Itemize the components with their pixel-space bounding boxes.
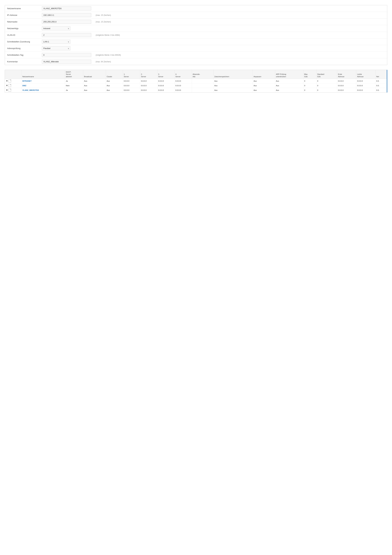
dhcp-row-actions-1: ✕ bbox=[5, 83, 21, 88]
ip-field-hint-8: (max. 64 Zeichen) bbox=[93, 58, 387, 65]
dhcp-cell-2-max_gult: 0 bbox=[303, 88, 316, 92]
dhcp-col-header-17: Net bbox=[375, 70, 387, 79]
dhcp-cell-1-letzte_adresse: 0.0.0.0 bbox=[356, 83, 375, 88]
dhcp-cell-2-erste_adresse: 0.0.0.0 bbox=[337, 88, 356, 92]
ip-field-input-0[interactable] bbox=[42, 7, 91, 10]
dhcp-col-header-14: Standard Gült. bbox=[316, 70, 337, 79]
ip-field-label-3: Netzwerktyp bbox=[5, 25, 40, 32]
dhcp-col-header-0 bbox=[5, 70, 21, 79]
dhcp-table-row: ✕ DMZNeinAusAus0.0.0.00.0.0.00.0.0.00.0.… bbox=[5, 83, 387, 88]
dhcp-row-name-1: DMZ bbox=[21, 83, 65, 88]
dhcp-col-header-16: Letzte Adresse bbox=[356, 70, 375, 79]
ip-field-hint-1: (max. 15 Zeichen) bbox=[93, 12, 387, 19]
dhcp-cell-2-standard_gult: 0 bbox=[316, 88, 337, 92]
ip-field-select-3[interactable]: IntranetDMZExtern bbox=[42, 26, 70, 30]
ip-field-input-4[interactable] bbox=[42, 33, 91, 37]
dhcp-col-header-5: 1. Server bbox=[123, 70, 140, 79]
dhcp-cell-1-server1: 0.0.0.0 bbox=[123, 83, 140, 88]
dhcp-col-header-10: Zwischenspeichern bbox=[213, 70, 253, 79]
delete-button-0[interactable]: ✕ bbox=[6, 80, 8, 82]
dhcp-row-actions-0: ✕ bbox=[5, 79, 21, 83]
dhcp-cell-1-broadcast: Aus bbox=[83, 83, 106, 88]
ip-field-label-6: Adressprüfung bbox=[5, 45, 40, 52]
ip-field-input-8[interactable] bbox=[42, 60, 91, 64]
ip-field-hint-2: (max. 15 Zeichen) bbox=[93, 19, 387, 25]
ip-field-label-4: VLAN-ID bbox=[5, 32, 40, 38]
dhcp-col-header-7: 3. Server bbox=[157, 70, 174, 79]
delete-button-1[interactable]: ✕ bbox=[6, 84, 8, 87]
dhcp-col-header-1: Netzwerkname bbox=[21, 70, 65, 79]
dhcp-cell-0-standard_gult: 0 bbox=[316, 79, 337, 83]
dhcp-cell-2-arp_pruefung: Aus bbox=[275, 88, 303, 92]
ip-field-label-8: Kommentar bbox=[5, 58, 40, 65]
dhcp-cell-2-server3: 0.0.0.0 bbox=[157, 88, 174, 92]
dhcp-table-row: ✕ VLAN2_MIKROTEKJaAusAus0.0.0.00.0.0.00.… bbox=[5, 88, 387, 92]
dhcp-col-header-6: 2. Server bbox=[140, 70, 157, 79]
edit-icon-2[interactable] bbox=[8, 89, 11, 92]
dhcp-cell-0-erste_adresse: 0.0.0.0 bbox=[337, 79, 356, 83]
dhcp-cell-1-max_gult: 0 bbox=[303, 83, 316, 88]
ip-field-hint-5 bbox=[93, 38, 387, 45]
ip-field-hint-3 bbox=[93, 25, 387, 32]
edit-icon-1[interactable] bbox=[8, 84, 11, 87]
dhcp-row-name-link-1[interactable]: DMZ bbox=[22, 85, 26, 87]
dhcp-col-header-13: Max. Gült. bbox=[303, 70, 316, 79]
dhcp-cell-2-letzte_adresse: 0.0.0.0 bbox=[356, 88, 375, 92]
dhcp-cell-2-server1: 0.0.0.0 bbox=[123, 88, 140, 92]
ip-form-table: NetzwerknameIP-Adresse(max. 15 Zeichen)N… bbox=[5, 5, 387, 65]
dhcp-cell-1-server3: 0.0.0.0 bbox=[157, 83, 174, 88]
dhcp-cell-0-max_gult: 0 bbox=[303, 79, 316, 83]
ip-field-label-0: Netzwerkname bbox=[5, 5, 40, 12]
dhcp-cell-1-cluster: Aus bbox=[106, 83, 123, 88]
dhcp-col-header-11: Anpassen bbox=[253, 70, 275, 79]
ip-field-input-7[interactable] bbox=[42, 53, 91, 57]
dhcp-netzwerke-container: NetzwerknameDHCP- Server aktiviertBroadc… bbox=[5, 70, 387, 93]
dhcp-cell-2-server4: 0.0.0.0 bbox=[174, 88, 192, 92]
dhcp-col-header-4: Cluster bbox=[106, 70, 123, 79]
dhcp-cell-2-dhcp_server: Ja bbox=[65, 88, 83, 92]
dhcp-col-header-2: DHCP- Server aktiviert bbox=[65, 70, 83, 79]
dhcp-cell-1-server4: 0.0.0.0 bbox=[174, 83, 192, 88]
dhcp-cell-1-zwischenspeichern: Aus bbox=[213, 83, 253, 88]
dhcp-cell-0-letzte_adresse: 0.0.0.0 bbox=[356, 79, 375, 83]
dhcp-cell-0-server2: 0.0.0.0 bbox=[140, 79, 157, 83]
dhcp-cell-0-server1: 0.0.0.0 bbox=[123, 79, 140, 83]
dhcp-row-name-2: VLAN2_MIKROTEK bbox=[21, 88, 65, 92]
dhcp-table-row: ✕ INTRANETJaAusAus0.0.0.00.0.0.00.0.0.00… bbox=[5, 79, 387, 83]
dhcp-cell-0-anpassen: Aus bbox=[253, 79, 275, 83]
ip-netzwerke-form: NetzwerknameIP-Adresse(max. 15 Zeichen)N… bbox=[5, 5, 387, 65]
dhcp-cell-1-absende_adr bbox=[192, 83, 213, 88]
dhcp-row-name-link-0[interactable]: INTRANET bbox=[22, 80, 32, 82]
dhcp-col-header-15: Erste Adresse bbox=[337, 70, 356, 79]
dhcp-row-name-link-2[interactable]: VLAN2_MIKROTEK bbox=[22, 89, 39, 91]
ip-field-label-2: Netzmaske bbox=[5, 19, 40, 25]
ip-field-hint-4: (mögliche Werte: 0 bis 4094) bbox=[93, 32, 387, 38]
delete-button-2[interactable]: ✕ bbox=[6, 89, 8, 91]
dhcp-row-actions-2: ✕ bbox=[5, 88, 21, 92]
ip-field-select-6[interactable]: FlexibelStreng bbox=[42, 46, 70, 50]
dhcp-cell-0-server3: 0.0.0.0 bbox=[157, 79, 174, 83]
dhcp-cell-2-server2: 0.0.0.0 bbox=[140, 88, 157, 92]
ip-field-input-1[interactable] bbox=[42, 13, 91, 17]
ip-field-label-1: IP-Adresse bbox=[5, 12, 40, 19]
dhcp-cell-0-arp_pruefung: Aus bbox=[275, 79, 303, 83]
ip-field-input-2[interactable] bbox=[42, 20, 91, 24]
dhcp-cell-1-standard_gult: 0 bbox=[316, 83, 337, 88]
dhcp-cell-1-net: 0.0. bbox=[375, 83, 387, 88]
dhcp-col-header-9: Absende- Adr. bbox=[192, 70, 213, 79]
dhcp-cell-0-absende_adr bbox=[192, 79, 213, 83]
ip-field-label-5: Schnittstellen-Zuordnung bbox=[5, 38, 40, 45]
dhcp-cell-1-arp_pruefung: Aus bbox=[275, 83, 303, 88]
dhcp-row-name-0: INTRANET bbox=[21, 79, 65, 83]
dhcp-cell-0-cluster: Aus bbox=[106, 79, 123, 83]
dhcp-cell-2-anpassen: Aus bbox=[253, 88, 275, 92]
edit-icon-0[interactable] bbox=[8, 80, 11, 82]
dhcp-cell-0-net: 0.0. bbox=[375, 79, 387, 83]
dhcp-cell-1-anpassen: Aus bbox=[253, 83, 275, 88]
ip-field-label-7: Schnittstellen-Tag bbox=[5, 52, 40, 58]
dhcp-cell-0-dhcp_server: Ja bbox=[65, 79, 83, 83]
dhcp-cell-2-zwischenspeichern: Aus bbox=[213, 88, 253, 92]
ip-field-hint-6 bbox=[93, 45, 387, 52]
dhcp-cell-0-server4: 0.0.0.0 bbox=[174, 79, 192, 83]
ip-field-select-5[interactable]: LAN-1LAN-2WAN bbox=[42, 40, 70, 44]
